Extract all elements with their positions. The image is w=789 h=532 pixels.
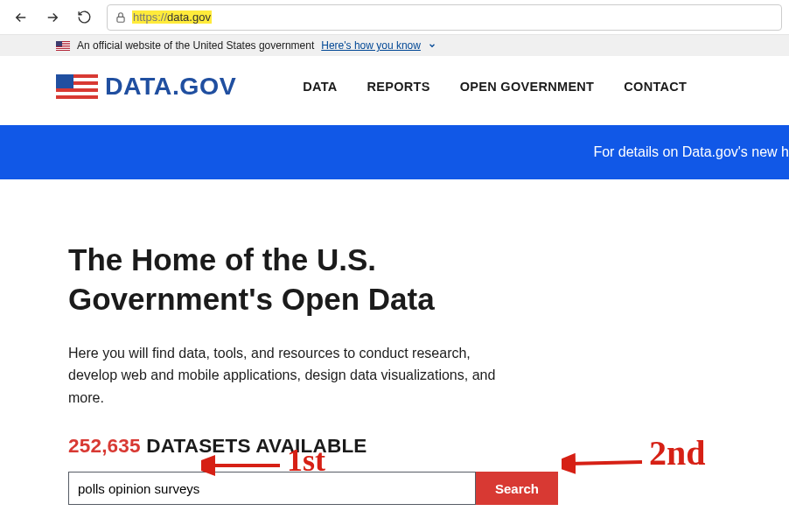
gov-banner-text: An official website of the United States… [77, 39, 314, 52]
forward-button[interactable] [38, 4, 66, 32]
reload-button[interactable] [70, 4, 98, 32]
address-bar[interactable]: https://data.gov [107, 4, 782, 31]
search-button[interactable]: Search [476, 472, 558, 505]
gov-banner-link[interactable]: Here's how you know [321, 39, 421, 52]
url-text: https://data.gov [132, 10, 212, 24]
nav-reports[interactable]: REPORTS [367, 80, 430, 94]
annotation-second: 2nd [649, 432, 706, 473]
lock-icon [115, 11, 127, 24]
svg-rect-0 [117, 17, 124, 22]
site-header: DATA.GOV DATA REPORTS OPEN GOVERNMENT CO… [0, 56, 789, 125]
browser-toolbar: https://data.gov [0, 0, 789, 35]
site-logo[interactable]: DATA.GOV [56, 72, 236, 101]
back-button[interactable] [7, 4, 35, 32]
page-subtitle: Here you will find data, tools, and reso… [68, 342, 523, 410]
nav-open-government[interactable]: OPEN GOVERNMENT [460, 80, 595, 94]
svg-rect-5 [56, 47, 70, 48]
announcement-banner: For details on Data.gov's new h [0, 125, 789, 179]
hero-section: The Home of the U.S. Government's Open D… [0, 179, 560, 505]
gov-banner: An official website of the United States… [0, 35, 789, 56]
dataset-label: DATASETS AVAILABLE [141, 435, 367, 457]
page-title: The Home of the U.S. Government's Open D… [68, 241, 560, 319]
annotation-arrow-2 [562, 444, 649, 480]
svg-rect-11 [56, 88, 98, 92]
svg-rect-6 [56, 49, 70, 50]
nav-data[interactable]: DATA [303, 80, 337, 94]
search-input[interactable] [68, 472, 476, 505]
logo-text: DATA.GOV [105, 72, 236, 101]
svg-line-15 [569, 462, 642, 464]
main-nav: DATA REPORTS OPEN GOVERNMENT CONTACT [303, 80, 687, 94]
logo-flag-icon [56, 74, 98, 99]
svg-rect-7 [56, 41, 62, 46]
nav-contact[interactable]: CONTACT [624, 80, 687, 94]
search-form: Search [68, 472, 558, 505]
announcement-text: For details on Data.gov's new h [138, 144, 789, 159]
chevron-down-icon [428, 41, 436, 50]
dataset-count-line: 252,635 DATASETS AVAILABLE [68, 435, 560, 458]
svg-rect-13 [56, 74, 73, 88]
dataset-count: 252,635 [68, 435, 141, 457]
svg-rect-12 [56, 95, 98, 99]
us-flag-icon [56, 41, 70, 51]
